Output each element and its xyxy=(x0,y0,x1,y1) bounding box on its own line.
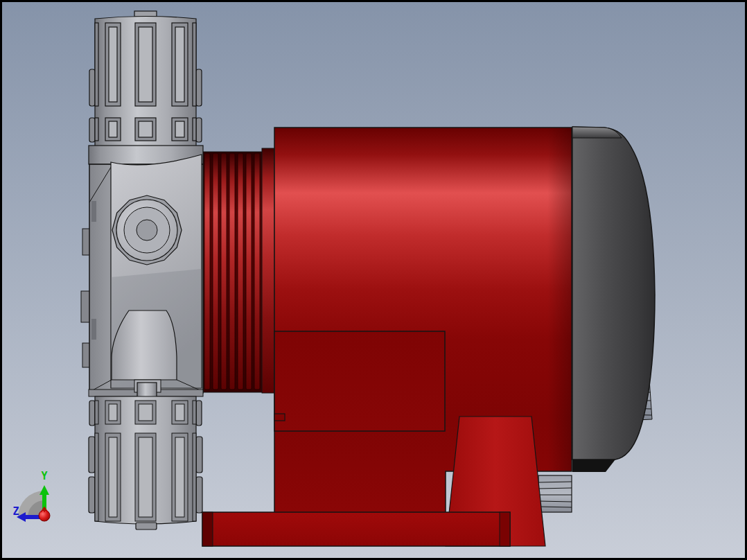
base-plate-right-chamfer xyxy=(500,512,510,546)
z-axis-label: Z xyxy=(12,505,19,518)
base-plate[interactable] xyxy=(202,512,510,546)
cad-viewport[interactable]: Y Z xyxy=(0,0,747,560)
top-valve-nub xyxy=(134,11,157,17)
panel-notch xyxy=(274,414,285,421)
bottom-valve-fitting[interactable] xyxy=(89,383,202,530)
motor-access-panel xyxy=(274,331,445,431)
bellows-coupling[interactable] xyxy=(203,148,274,393)
top-valve-fitting[interactable] xyxy=(89,11,202,146)
end-cap-dome xyxy=(572,127,655,460)
bellows-collar xyxy=(262,148,274,393)
pump-head[interactable] xyxy=(81,146,203,396)
bellows-ribs xyxy=(204,153,260,390)
head-clamp-tabs xyxy=(81,229,90,367)
bottom-valve-nub xyxy=(136,523,157,530)
cable-gland[interactable] xyxy=(538,475,572,512)
motor-body-shading xyxy=(547,128,572,471)
model-scene[interactable]: Y Z xyxy=(0,0,747,560)
bottom-valve-flutes xyxy=(95,401,196,521)
motor-end-cap[interactable] xyxy=(572,127,655,472)
y-axis-label: Y xyxy=(41,470,47,482)
base-plate-left-chamfer xyxy=(202,512,213,546)
top-valve-flutes xyxy=(95,23,196,141)
